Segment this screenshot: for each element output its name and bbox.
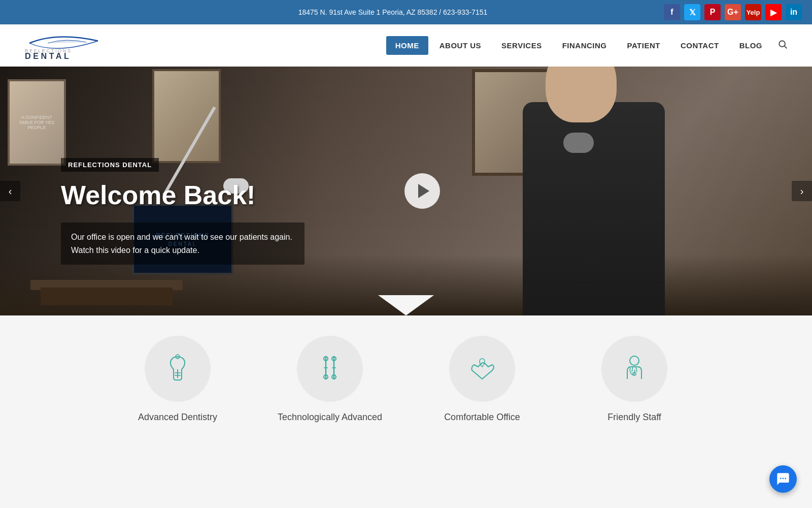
youtube-icon[interactable]: ▶ (765, 4, 782, 20)
feature-technologically-advanced: Technologically Advanced (274, 336, 386, 423)
header: REFLECTIONS DENTAL HOME ABOUT US SERVICE… (0, 24, 812, 67)
address-text: 18475 N. 91st Ave Suite 1 Peoria, AZ 853… (122, 8, 664, 16)
facebook-icon[interactable]: f (664, 4, 680, 20)
features-section: Advanced Dentistry Technologically (0, 315, 812, 453)
pinterest-icon[interactable]: P (704, 4, 721, 20)
hero-content: REFLECTIONS DENTAL Welcome Back! Our off… (61, 158, 304, 265)
play-icon (418, 184, 429, 198)
logo[interactable]: REFLECTIONS DENTAL (20, 29, 112, 61)
hero-chevron (378, 295, 434, 315)
nav-patient[interactable]: PATIENT (618, 36, 669, 55)
feature-comfortable-office: Comfortable Office (426, 336, 538, 423)
feature-friendly-staff: Friendly Staff (579, 336, 690, 423)
search-icon[interactable] (773, 35, 792, 56)
feature-icon-circle-4 (601, 336, 667, 402)
feature-label-3: Comfortable Office (444, 412, 520, 423)
hero-description: Our office is open and we can't wait to … (61, 223, 304, 265)
tools-icon (315, 353, 345, 385)
svg-point-2 (779, 41, 785, 47)
hero-person (497, 67, 700, 315)
svg-line-3 (785, 46, 787, 49)
prev-slide-button[interactable]: ‹ (0, 181, 20, 201)
svg-point-17 (630, 356, 639, 365)
nav-services[interactable]: SERVICES (492, 36, 551, 55)
doctor-icon (619, 353, 650, 385)
svg-text:DENTAL: DENTAL (25, 51, 71, 60)
hero-badge: REFLECTIONS DENTAL (61, 158, 159, 172)
linkedin-icon[interactable]: in (786, 4, 802, 20)
feature-icon-circle-1 (145, 336, 211, 402)
hero-section: A CONFIDENTSMILE FOR YESPEOPLE REFLECTIO… (0, 67, 812, 315)
svg-point-23 (785, 478, 786, 479)
nav-financing[interactable]: FINANCING (553, 36, 616, 55)
top-bar: 18475 N. 91st Ave Suite 1 Peoria, AZ 853… (0, 0, 812, 24)
feature-label-2: Technologically Advanced (278, 412, 382, 423)
chat-button[interactable] (769, 465, 797, 493)
tooth-implant-icon (162, 353, 193, 385)
nav-about[interactable]: ABOUT US (430, 36, 490, 55)
nav-contact[interactable]: CONTACT (671, 36, 728, 55)
main-nav: HOME ABOUT US SERVICES FINANCING PATIENT… (386, 35, 792, 56)
svg-line-20 (636, 367, 637, 372)
hero-desk-body (41, 288, 173, 305)
nav-blog[interactable]: BLOG (730, 36, 771, 55)
feature-advanced-dentistry: Advanced Dentistry (122, 336, 233, 423)
google-plus-icon[interactable]: G+ (725, 4, 741, 20)
feature-icon-circle-2 (297, 336, 363, 402)
hero-title: Welcome Back! (61, 180, 304, 210)
play-button[interactable] (404, 173, 440, 209)
svg-point-21 (780, 478, 782, 479)
hero-frame-left: A CONFIDENTSMILE FOR YESPEOPLE (8, 79, 66, 166)
feature-label-4: Friendly Staff (607, 412, 661, 423)
nav-home[interactable]: HOME (386, 36, 428, 55)
feature-icon-circle-3 (449, 336, 515, 402)
hands-care-icon (467, 353, 497, 385)
next-slide-button[interactable]: › (792, 181, 812, 201)
twitter-icon[interactable]: 𝕏 (684, 4, 700, 20)
svg-line-19 (632, 367, 633, 372)
yelp-icon[interactable]: Yelp (745, 4, 761, 20)
social-icons-group: f 𝕏 P G+ Yelp ▶ in (664, 4, 802, 20)
feature-label-1: Advanced Dentistry (138, 412, 217, 423)
svg-point-22 (783, 478, 784, 479)
